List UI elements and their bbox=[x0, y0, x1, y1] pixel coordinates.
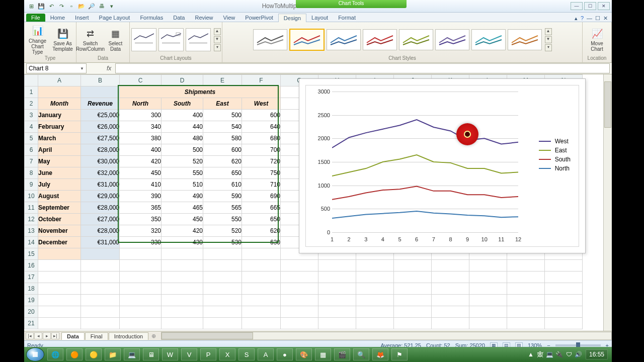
row-header-1[interactable]: 1 bbox=[25, 86, 38, 98]
cell-month[interactable]: December bbox=[38, 237, 81, 248]
taskbar-app-12[interactable]: ● bbox=[277, 348, 293, 360]
sheet-tab-data[interactable]: Data bbox=[61, 332, 85, 340]
col-header-E[interactable]: E bbox=[203, 75, 242, 86]
move-chart-button[interactable]: 📈Move Chart bbox=[586, 28, 609, 52]
chart-style-5[interactable] bbox=[399, 29, 433, 50]
tab-layout[interactable]: Layout bbox=[306, 14, 333, 22]
tab-review[interactable]: Review bbox=[190, 14, 218, 22]
insert-sheet-icon[interactable]: ⊕ bbox=[151, 333, 156, 339]
col-header-B[interactable]: B bbox=[81, 75, 120, 86]
tab-design[interactable]: Design bbox=[278, 14, 306, 22]
taskbar-app-3[interactable]: 📁 bbox=[105, 348, 121, 360]
workbook-minimize-icon[interactable]: — bbox=[587, 15, 592, 22]
cell-revenue[interactable]: €27,000 bbox=[81, 214, 120, 225]
cell-month[interactable]: July bbox=[38, 179, 81, 191]
chart-style-7[interactable] bbox=[471, 29, 506, 50]
system-tray[interactable]: ▲🕸💻🔌🛡🔊 16:55 bbox=[527, 349, 610, 359]
row-header-18[interactable]: 18 bbox=[25, 283, 38, 295]
fx-icon[interactable]: fx bbox=[107, 65, 111, 72]
chart-series-south[interactable] bbox=[332, 187, 518, 200]
tab-view[interactable]: View bbox=[218, 14, 240, 22]
taskbar-app-10[interactable]: S bbox=[238, 348, 255, 360]
horizontal-scrollbar[interactable] bbox=[161, 332, 612, 340]
row-header-10[interactable]: 10 bbox=[25, 191, 38, 202]
tab-powerpivot[interactable]: PowerPivot bbox=[240, 14, 278, 22]
row-header-17[interactable]: 17 bbox=[25, 272, 38, 283]
row-header-5[interactable]: 5 bbox=[25, 133, 38, 144]
formula-input[interactable] bbox=[115, 63, 610, 73]
cell-revenue[interactable]: €27,500 bbox=[81, 133, 120, 144]
worksheet-grid[interactable]: ABCDEFGHIJKLMN1Shipments2MonthRevenueNor… bbox=[24, 74, 612, 331]
col-header-C[interactable]: C bbox=[120, 75, 162, 86]
chart-series-north[interactable] bbox=[332, 211, 518, 218]
taskbar-app-9[interactable]: X bbox=[219, 348, 235, 360]
cell-revenue[interactable]: €28,000 bbox=[81, 225, 120, 237]
qat-more-icon[interactable]: ▾ bbox=[108, 2, 116, 10]
row-header-4[interactable]: 4 bbox=[25, 121, 38, 133]
row-header-13[interactable]: 13 bbox=[25, 225, 38, 237]
chart-style-4[interactable] bbox=[363, 29, 397, 50]
chart-series-west[interactable] bbox=[332, 120, 518, 148]
cell-revenue[interactable]: €32,000 bbox=[81, 167, 120, 179]
row-header-11[interactable]: 11 bbox=[25, 202, 38, 214]
row-header-9[interactable]: 9 bbox=[25, 179, 38, 191]
chart-style-3[interactable] bbox=[327, 29, 361, 50]
cell-month[interactable]: November bbox=[38, 225, 81, 237]
col-header-A[interactable]: A bbox=[38, 75, 81, 86]
row-header-15[interactable]: 15 bbox=[25, 248, 38, 260]
styles-scroll[interactable]: ▲▼▾ bbox=[545, 28, 552, 51]
row-header-16[interactable]: 16 bbox=[25, 260, 38, 272]
row-header-20[interactable]: 20 bbox=[25, 306, 38, 318]
col-header-F[interactable]: F bbox=[242, 75, 281, 86]
cell-revenue[interactable]: €31,000 bbox=[81, 179, 120, 191]
tray-icon-5[interactable]: 🔊 bbox=[575, 350, 583, 358]
legend-item-west[interactable]: West bbox=[539, 138, 571, 145]
tab-formulas[interactable]: Formulas bbox=[135, 14, 168, 22]
legend-item-north[interactable]: North bbox=[539, 165, 571, 172]
change-chart-type-button[interactable]: 📊Change Chart Type bbox=[26, 25, 49, 55]
chart-style-6[interactable] bbox=[435, 29, 469, 50]
chart-plot-area[interactable]: 050010001500200025003000123456789101112 bbox=[332, 92, 518, 232]
chart-layout-3[interactable] bbox=[186, 28, 211, 51]
maximize-button[interactable]: ☐ bbox=[584, 2, 596, 10]
chart-series-east[interactable] bbox=[332, 155, 518, 176]
row-header-7[interactable]: 7 bbox=[25, 156, 38, 167]
start-button[interactable] bbox=[26, 347, 44, 361]
taskbar-app-17[interactable]: 🦊 bbox=[372, 348, 388, 360]
switch-row-column-button[interactable]: ⇄Switch Row/Column bbox=[79, 28, 102, 52]
save-icon[interactable]: 💾 bbox=[37, 2, 45, 10]
cell-month[interactable]: September bbox=[38, 202, 81, 214]
help-icon[interactable]: ? bbox=[581, 15, 584, 22]
cell-revenue[interactable]: €26,000 bbox=[81, 121, 120, 133]
name-box[interactable]: Chart 8▼ bbox=[26, 63, 87, 73]
sheet-tab-introduction[interactable]: Introduction bbox=[109, 332, 148, 340]
save-as-template-button[interactable]: 💾Save As Template bbox=[51, 28, 74, 52]
tray-icon-0[interactable]: ▲ bbox=[527, 350, 535, 358]
chart-style-1[interactable] bbox=[253, 29, 287, 50]
taskbar-app-4[interactable]: 💻 bbox=[124, 348, 140, 360]
select-all-corner[interactable] bbox=[25, 75, 38, 86]
cell-revenue[interactable]: €31,000 bbox=[81, 237, 120, 248]
cell-month[interactable]: June bbox=[38, 167, 81, 179]
taskbar-clock[interactable]: 16:55 bbox=[586, 349, 608, 359]
row-header-14[interactable]: 14 bbox=[25, 237, 38, 248]
cell-month[interactable]: January bbox=[38, 110, 81, 121]
taskbar-app-15[interactable]: 🎬 bbox=[334, 348, 350, 360]
cell-revenue[interactable]: €30,000 bbox=[81, 156, 120, 167]
taskbar-app-16[interactable]: 🔍 bbox=[353, 348, 369, 360]
select-data-button[interactable]: ▦Select Data bbox=[104, 28, 127, 52]
taskbar-app-6[interactable]: W bbox=[162, 348, 178, 360]
print-preview-icon[interactable]: 🔎 bbox=[88, 2, 96, 10]
ribbon-minimize-icon[interactable]: ▴ bbox=[575, 15, 578, 22]
cell-revenue[interactable]: €29,000 bbox=[81, 191, 120, 202]
tray-icon-4[interactable]: 🛡 bbox=[565, 350, 573, 358]
close-button[interactable]: ✕ bbox=[598, 2, 610, 10]
redo-icon[interactable]: ↷ bbox=[57, 2, 65, 10]
chart-style-8[interactable] bbox=[508, 29, 542, 50]
tab-format[interactable]: Format bbox=[333, 14, 361, 22]
workbook-restore-icon[interactable]: ☐ bbox=[595, 15, 600, 22]
tab-data[interactable]: Data bbox=[168, 14, 190, 22]
sheet-tab-final[interactable]: Final bbox=[85, 332, 108, 340]
taskbar-app-7[interactable]: V bbox=[181, 348, 197, 360]
print-icon[interactable]: 🖶 bbox=[98, 2, 106, 10]
